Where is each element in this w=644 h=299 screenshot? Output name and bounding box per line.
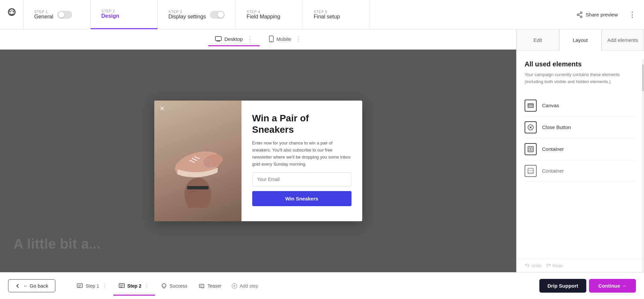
bottom-step-success[interactable]: Success xyxy=(156,280,193,292)
svg-point-4 xyxy=(10,10,11,10)
desktop-view-tab[interactable]: Desktop ⋮ xyxy=(208,33,260,46)
canvas-toolbar: Desktop ⋮ Mobile ⋮ xyxy=(0,29,516,50)
close-button-icon xyxy=(527,124,534,131)
step2-icon xyxy=(119,283,125,289)
svg-point-8 xyxy=(581,12,582,13)
popup-content-side: Win a Pair of Sneakers Enter now for you… xyxy=(241,101,362,221)
svg-point-5 xyxy=(13,10,13,10)
container1-element-icon xyxy=(525,143,537,155)
svg-point-1 xyxy=(9,11,11,12)
share-icon xyxy=(576,11,583,18)
mobile-tab-more[interactable]: ⋮ xyxy=(295,35,301,43)
popup-description: Enter now for your chance to win a pair … xyxy=(252,140,352,168)
element-container-2[interactable]: Container xyxy=(525,160,636,182)
step-2-more[interactable]: ⋮ xyxy=(144,283,150,289)
success-icon xyxy=(161,283,167,289)
panel-tabs: Edit Layout Add elements xyxy=(517,29,644,51)
element-close-button[interactable]: Close Button xyxy=(525,117,636,138)
bottom-step-teaser[interactable]: Teaser xyxy=(193,280,227,292)
go-back-button[interactable]: ← Go back xyxy=(8,279,55,292)
bottom-step-teaser-label: Teaser xyxy=(207,283,221,289)
panel-content: All used elements Your campaign currentl… xyxy=(517,51,644,258)
desktop-icon xyxy=(215,36,222,42)
add-step-icon xyxy=(231,283,237,289)
bottom-step-1[interactable]: Step 1 ⋮ xyxy=(71,280,112,292)
svg-line-49 xyxy=(163,285,163,286)
step-2-active-indicator xyxy=(113,295,155,296)
drip-support-button[interactable]: Drip Support xyxy=(539,279,586,293)
logo[interactable] xyxy=(0,0,23,29)
canvas-element-label: Canvas xyxy=(542,103,559,108)
svg-rect-13 xyxy=(215,37,221,41)
tab-add-elements[interactable]: Add elements xyxy=(601,29,644,51)
svg-point-9 xyxy=(581,16,582,17)
step-5-title: Final setup xyxy=(314,14,340,20)
redo-icon xyxy=(546,263,551,268)
share-preview-label: Share preview xyxy=(586,12,618,17)
step-1-general[interactable]: STEP 1 General xyxy=(23,0,91,29)
svg-rect-35 xyxy=(528,146,533,152)
redo-button[interactable]: Redo xyxy=(546,263,563,268)
popup-image-side: ✕ xyxy=(154,101,241,221)
canvas-area: Desktop ⋮ Mobile ⋮ A little bit a... xyxy=(0,29,517,272)
bottom-step-2[interactable]: Step 2 ⋮ xyxy=(113,280,155,292)
panel-section-desc: Your campaign currently contains these e… xyxy=(525,71,636,85)
teaser-icon xyxy=(199,283,205,289)
share-preview-button[interactable]: Share preview xyxy=(571,11,623,18)
svg-point-10 xyxy=(577,14,579,15)
step-1-toggle[interactable] xyxy=(57,11,72,19)
close-button-element-icon xyxy=(525,121,537,133)
right-panel: Edit Layout Add elements All used elemen… xyxy=(517,29,644,272)
step-2-design[interactable]: STEP 2 Design xyxy=(91,0,158,29)
bottom-bar: ← Go back Step 1 ⋮ Step 2 ⋮ xyxy=(0,272,644,299)
tab-edit[interactable]: Edit xyxy=(517,29,559,51)
svg-rect-51 xyxy=(199,284,204,288)
sneaker-illustration xyxy=(164,114,231,208)
step-1-toggle-knob xyxy=(58,12,64,18)
popup-email-input[interactable] xyxy=(252,172,352,186)
continue-button[interactable]: Continue → xyxy=(589,279,636,293)
svg-line-50 xyxy=(165,285,165,285)
step-3-display[interactable]: STEP 3 Display settings xyxy=(158,0,236,29)
more-options-button[interactable]: ⋮ xyxy=(629,10,636,19)
bottom-step-success-label: Success xyxy=(170,283,187,289)
continue-label: Continue → xyxy=(598,283,627,289)
svg-point-2 xyxy=(13,11,14,12)
undo-icon xyxy=(525,263,530,268)
sneaker-image xyxy=(154,101,241,221)
step-5-finalsetup[interactable]: STEP 5 Final setup xyxy=(303,0,370,29)
undo-redo-bar: Undo Redo xyxy=(517,258,644,272)
step-4-title: Field Mapping xyxy=(247,14,280,20)
add-step-button[interactable]: Add step xyxy=(227,280,262,292)
logo-icon xyxy=(6,7,18,22)
popup-submit-button[interactable]: Win Sneakers xyxy=(252,191,352,206)
top-navigation: STEP 1 General STEP 2 Design STEP 3 Disp… xyxy=(0,0,644,29)
undo-button[interactable]: Undo xyxy=(525,263,542,268)
go-back-label: ← Go back xyxy=(23,283,48,289)
desktop-tab-more[interactable]: ⋮ xyxy=(247,35,253,43)
close-button[interactable]: ✕ xyxy=(158,105,166,113)
step-3-toggle[interactable] xyxy=(210,11,225,19)
element-container-1[interactable]: Container xyxy=(525,138,636,160)
mobile-tab-label: Mobile xyxy=(276,36,291,42)
arrow-left-icon xyxy=(15,283,20,289)
step-2-title: Design xyxy=(101,13,119,19)
container2-icon xyxy=(527,168,534,174)
svg-point-7 xyxy=(14,10,14,11)
mobile-view-tab[interactable]: Mobile ⋮ xyxy=(262,33,308,46)
background-text: A little bit a... xyxy=(13,236,101,252)
scrollbar-thumb[interactable] xyxy=(642,64,644,91)
canvas-icon xyxy=(527,102,534,109)
step-3-number: STEP 3 xyxy=(168,10,206,14)
container1-icon xyxy=(527,146,534,153)
tab-layout[interactable]: Layout xyxy=(559,29,602,51)
bottom-step-2-label: Step 2 xyxy=(127,283,142,289)
container2-element-icon xyxy=(525,165,537,177)
scrollbar-track xyxy=(642,59,644,299)
step-4-fieldmapping[interactable]: STEP 4 Field Mapping xyxy=(236,0,303,29)
element-canvas[interactable]: Canvas xyxy=(525,95,636,117)
canvas-content[interactable]: A little bit a... ✕ xyxy=(0,50,516,272)
svg-point-3 xyxy=(11,10,12,11)
step-1-more[interactable]: ⋮ xyxy=(102,283,107,289)
popup-modal: ✕ xyxy=(154,101,362,221)
